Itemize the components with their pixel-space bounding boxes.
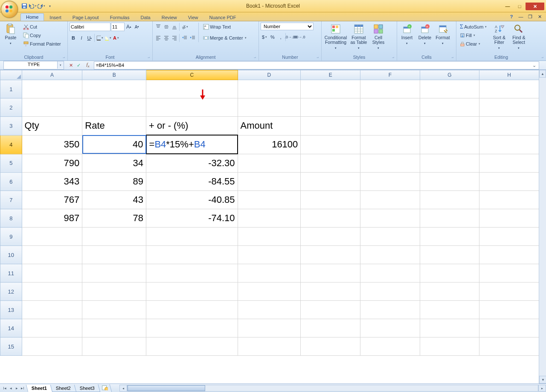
cell-C12[interactable]	[146, 282, 238, 301]
insert-cells-button[interactable]: +Insert▾	[399, 23, 415, 46]
cell-H6[interactable]	[479, 173, 539, 191]
cell-C1[interactable]	[146, 80, 238, 98]
maximize-button[interactable]: □	[514, 3, 526, 10]
cell-F1[interactable]	[360, 80, 420, 98]
cell-H12[interactable]	[479, 282, 539, 301]
cell-H10[interactable]	[479, 246, 539, 264]
cell-C3[interactable]: + or - (%)	[146, 117, 238, 135]
name-box[interactable]: TYPE▾	[3, 61, 64, 69]
grow-font-button[interactable]: A▴	[125, 23, 133, 31]
cell-E2[interactable]	[301, 98, 360, 117]
cell-F12[interactable]	[360, 282, 420, 301]
cell-G15[interactable]	[420, 337, 479, 356]
cell-A15[interactable]	[22, 337, 82, 356]
font-name-input[interactable]	[70, 23, 110, 31]
cell-D15[interactable]	[238, 337, 301, 356]
cell-F14[interactable]	[360, 319, 420, 337]
cell-G5[interactable]	[420, 154, 479, 173]
cell-H3[interactable]	[479, 117, 539, 135]
cell-B14[interactable]	[82, 319, 146, 337]
currency-button[interactable]: $	[261, 33, 268, 41]
orientation-button[interactable]: ab	[181, 23, 189, 31]
cell-B13[interactable]	[82, 301, 146, 319]
cell-F10[interactable]	[360, 246, 420, 264]
help-button[interactable]: ?	[508, 12, 515, 21]
row-header-14[interactable]: 14	[0, 319, 22, 337]
col-header-D[interactable]: D	[238, 70, 301, 80]
cell-G12[interactable]	[420, 282, 479, 301]
col-header-E[interactable]: E	[301, 70, 360, 80]
office-button[interactable]	[1, 1, 18, 18]
col-header-A[interactable]: A	[22, 70, 82, 80]
row-header-7[interactable]: 7	[0, 191, 22, 209]
cell-C7[interactable]: -40.85	[146, 191, 238, 209]
cell-G4[interactable]	[420, 135, 479, 154]
cell-D1[interactable]	[238, 80, 301, 98]
tab-home[interactable]: Home	[20, 13, 44, 21]
cell-D10[interactable]	[238, 246, 301, 264]
cell-F13[interactable]	[360, 301, 420, 319]
cell-H1[interactable]	[479, 80, 539, 98]
cell-D4[interactable]: 16100	[238, 135, 301, 154]
col-header-C[interactable]: C	[146, 70, 238, 80]
cell-A2[interactable]	[22, 98, 82, 117]
cell-H11[interactable]	[479, 264, 539, 282]
cell-A3[interactable]: Qty	[22, 117, 82, 135]
cell-F4[interactable]	[360, 135, 420, 154]
cell-B11[interactable]	[82, 264, 146, 282]
cell-E8[interactable]	[301, 209, 360, 228]
cell-H7[interactable]	[479, 191, 539, 209]
cell-D13[interactable]	[238, 301, 301, 319]
fill-button[interactable]: Fill	[458, 31, 488, 40]
cell-B8[interactable]: 78	[82, 209, 146, 228]
row-header-5[interactable]: 5	[0, 154, 22, 173]
cell-C10[interactable]	[146, 246, 238, 264]
cell-G10[interactable]	[420, 246, 479, 264]
wrap-text-button[interactable]: abcWrap Text	[201, 23, 248, 31]
align-bottom-button[interactable]	[171, 23, 180, 31]
tab-formulas[interactable]: Formulas	[105, 14, 135, 21]
sheet-nav-first[interactable]: I◂	[2, 386, 8, 390]
row-header-8[interactable]: 8	[0, 209, 22, 228]
sheet-tab-sheet1[interactable]: Sheet1	[26, 385, 53, 392]
expand-formula-bar[interactable]: ⌄	[531, 63, 537, 68]
bold-button[interactable]: B	[70, 34, 77, 42]
cell-G3[interactable]	[420, 117, 479, 135]
save-button[interactable]	[20, 2, 28, 10]
copy-button[interactable]: Copy	[21, 31, 63, 40]
cell-D11[interactable]	[238, 264, 301, 282]
cell-F7[interactable]	[360, 191, 420, 209]
sheet-nav-prev[interactable]: ◂	[8, 386, 14, 390]
delete-cells-button[interactable]: ×Delete▾	[417, 23, 433, 46]
horizontal-scrollbar[interactable]: ◂▸	[119, 385, 546, 392]
undo-button[interactable]	[29, 2, 37, 10]
col-header-F[interactable]: F	[360, 70, 420, 80]
cell-D7[interactable]	[238, 191, 301, 209]
cell-B1[interactable]	[82, 80, 146, 98]
decrease-decimal-button[interactable]: .00→.0	[295, 33, 303, 41]
cell-H9[interactable]	[479, 228, 539, 246]
cell-E10[interactable]	[301, 246, 360, 264]
cell-B2[interactable]	[82, 98, 146, 117]
cell-G6[interactable]	[420, 173, 479, 191]
cell-F3[interactable]	[360, 117, 420, 135]
cell-G11[interactable]	[420, 264, 479, 282]
cell-B15[interactable]	[82, 337, 146, 356]
enter-formula-button[interactable]: ✓	[75, 63, 82, 68]
cell-F9[interactable]	[360, 228, 420, 246]
cell-C4[interactable]: =B4*15%+B4	[146, 135, 238, 154]
cell-styles-button[interactable]: Cell Styles▾	[369, 23, 387, 50]
align-top-button[interactable]	[154, 23, 162, 31]
row-header-13[interactable]: 13	[0, 301, 22, 319]
cell-F8[interactable]	[360, 209, 420, 228]
cell-F15[interactable]	[360, 337, 420, 356]
clear-button[interactable]: Clear	[458, 40, 488, 48]
cell-B6[interactable]: 89	[82, 173, 146, 191]
cell-A9[interactable]	[22, 228, 82, 246]
cut-button[interactable]: Cut	[21, 23, 63, 31]
cell-C15[interactable]	[146, 337, 238, 356]
row-header-6[interactable]: 6	[0, 173, 22, 191]
cell-A11[interactable]	[22, 264, 82, 282]
cell-D8[interactable]	[238, 209, 301, 228]
align-center-button[interactable]	[163, 34, 170, 42]
